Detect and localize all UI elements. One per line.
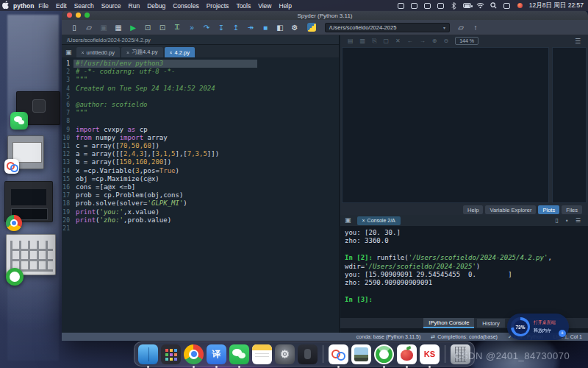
next-plot-icon[interactable]: → <box>420 38 426 44</box>
zoom-in-icon[interactable]: ⊕ <box>432 38 437 44</box>
display-icon[interactable] <box>423 2 431 9</box>
step-over-icon[interactable]: ↷ <box>200 21 213 33</box>
code-line[interactable]: 12a = array([[2,4,3],[3,1,5],[7,3,5]]) <box>62 150 339 158</box>
dock-item-notes[interactable] <box>252 344 272 364</box>
menu-item-search[interactable]: Search <box>74 2 94 10</box>
menu-app-name[interactable]: python <box>13 2 34 10</box>
new-file-icon[interactable]: ▯ <box>68 21 81 33</box>
editor-tab-习题4.4.py[interactable]: ×习题4.4.py <box>121 47 163 57</box>
remove-plot-icon[interactable]: ▢ <box>384 38 390 44</box>
code-line[interactable]: 2# -*- codiarng: utf-8 -*- <box>62 68 339 76</box>
code-line[interactable]: 18prob.solve(solver='GLPK_MI') <box>62 199 339 208</box>
parent-directory-icon[interactable]: ↑ <box>469 21 482 33</box>
wifi-icon[interactable] <box>476 2 484 9</box>
code-line[interactable]: 21 <box>62 224 339 233</box>
browse-tabs-icon[interactable]: ▣ <box>65 49 72 56</box>
code-line[interactable]: 1#!/usr/bin/env python3 <box>62 60 339 68</box>
remove-all-plots-icon[interactable]: ✕ <box>395 38 401 44</box>
code-line[interactable]: 3""" <box>62 76 339 84</box>
code-line[interactable]: 11c = array([70,50,60]) <box>62 142 339 150</box>
search-icon[interactable] <box>490 2 498 9</box>
app-cluster-icon[interactable] <box>397 2 405 9</box>
dock-item-photos[interactable] <box>351 344 371 364</box>
screenshot-icon[interactable] <box>437 2 445 9</box>
options-menu-icon[interactable]: ☰ <box>575 38 581 45</box>
battery-icon[interactable] <box>463 2 471 9</box>
plus-button[interactable]: + <box>559 330 566 337</box>
chrome-badge-icon[interactable] <box>6 215 22 231</box>
stop-icon[interactable]: ▪ <box>566 217 568 224</box>
close-icon[interactable]: × <box>82 50 85 55</box>
continue-icon[interactable]: ↠ <box>244 21 257 33</box>
save-plot-icon[interactable]: ▤ <box>348 38 354 44</box>
code-line[interactable]: 19print('you:',x.value) <box>62 208 339 216</box>
dock-item-wechat[interactable] <box>229 344 249 364</box>
dock-item-finder[interactable] <box>138 344 158 364</box>
panel-tab-variable-explorer[interactable]: Variable Explorer <box>485 205 536 214</box>
open-file-icon[interactable]: ▱ <box>82 21 96 33</box>
panel-tab-plots[interactable]: Plots <box>538 205 559 214</box>
browse-directory-icon[interactable]: ▱ <box>454 21 467 33</box>
previous-plot-icon[interactable]: ← <box>407 38 413 44</box>
dock-item-launchpad[interactable] <box>161 344 181 364</box>
browse-tabs-icon[interactable]: ▣ <box>345 216 351 224</box>
dock-item-settings[interactable]: ⚙ <box>275 344 295 364</box>
close-icon[interactable]: × <box>362 218 365 223</box>
code-line[interactable]: 14x =cp.Variable(3,pos=True) <box>62 167 339 175</box>
code-line[interactable]: 8 <box>62 117 339 125</box>
wechat-badge-icon[interactable] <box>10 112 28 130</box>
console-tab[interactable]: × Console 2/A <box>357 216 401 225</box>
menu-item-consoles[interactable]: Consoles <box>173 2 198 10</box>
status-conda-env[interactable]: conda: base (Python 3.11.5) <box>356 334 420 339</box>
save-all-plots-icon[interactable]: ▥ <box>360 38 366 44</box>
editor-tab-untitled0.py[interactable]: ×untitled0.py <box>76 47 120 57</box>
free-memory-label[interactable]: 释放内存 <box>534 328 556 334</box>
zoom-out-icon[interactable]: ⊖ <box>444 38 449 44</box>
working-directory-select[interactable]: /Users/scofieldo/2024-2025▾ <box>325 23 450 32</box>
menu-item-tools[interactable]: Tools <box>236 2 251 10</box>
window-titlebar[interactable]: Spyder (Python 3.11) <box>62 10 588 20</box>
code-line[interactable]: 17prob = cp.Problem(obj,cons) <box>62 191 339 199</box>
inspect-icon[interactable]: ▯ <box>556 217 559 224</box>
chevron-down-icon[interactable]: ▾ <box>443 25 445 30</box>
code-line[interactable]: 13b = array([150,160,200]) <box>62 158 339 166</box>
preferences-icon[interactable]: ⚙ <box>288 21 301 33</box>
copy-image-icon[interactable]: ⎘ <box>372 38 376 45</box>
step-into-icon[interactable]: ↧ <box>215 21 228 33</box>
save-icon[interactable]: ▣ <box>97 21 110 33</box>
menu-item-run[interactable]: Run <box>129 2 140 10</box>
memory-cleaner-overlay[interactable]: 73% 打开桌面端 释放内存 + <box>507 314 569 340</box>
step-return-icon[interactable]: ↥ <box>229 21 243 33</box>
dock-item-translate[interactable]: 译 <box>207 344 226 364</box>
run-selection-icon[interactable]: Ɪ <box>171 21 184 33</box>
menu-clock[interactable]: 12月8日 周日 22:57 <box>529 1 584 10</box>
circles-app-badge-icon[interactable] <box>4 159 19 174</box>
code-line[interactable]: 6@author: scofieldo <box>62 101 339 109</box>
run-cell-icon[interactable]: ⊡ <box>141 21 154 33</box>
code-line[interactable]: 7""" <box>62 109 339 117</box>
code-line[interactable]: 20print('zho:',prob.value) <box>62 216 339 224</box>
dock-item-green-ring[interactable] <box>374 344 394 364</box>
close-icon[interactable]: × <box>170 50 173 55</box>
menu-item-projects[interactable]: Projects <box>207 2 229 10</box>
status-completions[interactable]: ⇄Completions: conda(base) <box>431 334 498 340</box>
close-icon[interactable]: × <box>126 50 129 55</box>
menu-item-edit[interactable]: Edit <box>56 2 67 10</box>
run-cell-advance-icon[interactable]: ⊡ <box>156 21 169 33</box>
maximize-pane-icon[interactable]: ◧ <box>273 21 287 33</box>
menu-item-view[interactable]: View <box>258 2 271 10</box>
dock-item-dark-app[interactable] <box>298 344 318 364</box>
dock-item-red-apple[interactable] <box>397 344 417 364</box>
code-line[interactable]: 10from numpy import array <box>62 134 339 142</box>
stop-icon[interactable]: ■ <box>259 21 272 33</box>
run-icon[interactable]: ▶ <box>126 21 140 33</box>
dock-item-chrome[interactable] <box>184 344 204 364</box>
input-source-icon[interactable] <box>503 2 511 9</box>
code-line[interactable]: 9import cvxpy as cp <box>62 126 339 134</box>
bluetooth-icon[interactable] <box>450 2 458 9</box>
recording-indicator[interactable] <box>516 2 524 9</box>
menu-item-help[interactable]: Help <box>279 2 292 10</box>
code-line[interactable]: 4Created on Tue Sep 24 14:14:52 2024 <box>62 85 339 93</box>
code-line[interactable]: 5 <box>62 93 339 101</box>
handoff-icon[interactable] <box>410 2 418 9</box>
